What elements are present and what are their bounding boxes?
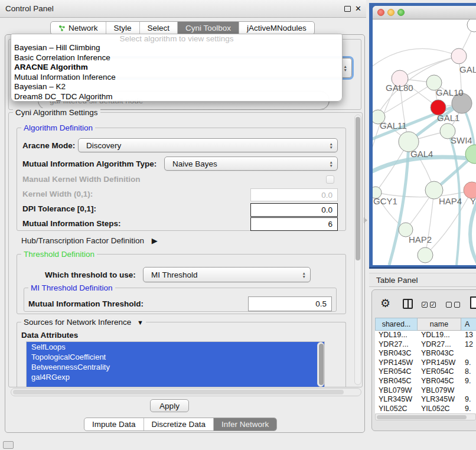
mi-type-value: Naive Bayes [172, 159, 217, 168]
node-table: YDL19...YDL19...13 YDR27...YDR27...12 YB… [375, 331, 476, 413]
dpi-tolerance-field[interactable]: 0.0 [250, 203, 338, 217]
column-header-shared[interactable]: shared... [375, 318, 418, 331]
close-traffic-light[interactable] [377, 9, 384, 16]
bottom-tabbar: Impute Data Discretize Data Infer Networ… [84, 418, 277, 431]
attribute-item[interactable]: SelfLoops [27, 342, 324, 352]
column-header-partial[interactable]: A [461, 318, 476, 331]
which-threshold-combo[interactable]: MI Threshold ▲▼ [143, 267, 311, 282]
checked-box-icon[interactable]: ✓ [422, 302, 428, 308]
threshold-definition-title: Threshold Definition [21, 250, 97, 259]
checked-box-icon[interactable]: ✓ [430, 302, 436, 308]
table-row[interactable]: YDL19...YDL19...13 [375, 331, 476, 340]
tab-label: Network [69, 24, 98, 32]
dropdown-item-selected[interactable]: ARACNE Algorithm [11, 63, 342, 73]
table-row[interactable]: YDR27...YDR27...12 [375, 340, 476, 350]
attribute-item[interactable]: gal4RGexp [27, 372, 324, 382]
settings-hscrollbar-thumb[interactable] [13, 390, 344, 394]
mi-type-combo[interactable]: Naive Bayes ▲▼ [164, 156, 338, 171]
minimize-traffic-light[interactable] [387, 9, 395, 16]
network-canvas[interactable]: GAL GAL80 GAL10 GAL1 GAL11 SWI4 GAL4 GCY… [373, 19, 476, 265]
cyni-settings-title: Cyni Algorithm Settings [13, 108, 100, 117]
data-attributes-label: Data Attributes [21, 331, 78, 340]
hub-definition-toggle[interactable]: Hub/Transcription Factor Definition ▶ [21, 236, 158, 245]
network-node-gal-partial[interactable] [451, 48, 467, 64]
dropdown-item[interactable]: Dream8 DC_TDC Algorithm [11, 92, 342, 102]
mi-threshold-field[interactable]: 0.5 [248, 296, 332, 311]
settings-hscrollbar[interactable] [11, 388, 361, 396]
stepper-icon: ▲▼ [302, 272, 306, 278]
column-header-name[interactable]: name [418, 318, 461, 331]
screen: Control Panel ✕ Network Style Select Cyn… [0, 0, 476, 450]
tab-label: jActiveMNodules [247, 24, 307, 32]
tab-discretize-data[interactable]: Discretize Data [144, 418, 214, 431]
tab-label: Select [148, 24, 170, 32]
tab-network[interactable]: Network [51, 22, 106, 34]
tab-style[interactable]: Style [106, 22, 139, 34]
mi-threshold-group-title: MI Threshold Definition [28, 283, 115, 292]
attribute-item-partial[interactable] [27, 382, 324, 387]
settings-scrollbar-thumb[interactable] [356, 117, 360, 260]
unchecked-box-icon[interactable] [446, 302, 452, 308]
node-label: SWI4 [451, 135, 472, 145]
table-hscrollbar[interactable] [375, 413, 476, 420]
control-panel-titlebar: Control Panel ✕ [0, 0, 366, 18]
which-threshold-label: Which threshold to use: [45, 270, 136, 279]
minimized-panel-icon[interactable] [3, 441, 14, 449]
stepper-icon: ▲▼ [330, 161, 333, 167]
unchecked-box-icon[interactable] [454, 302, 460, 308]
manual-kernel-label: Manual Kernel Width Definition [22, 175, 140, 184]
table-row[interactable]: YBR045CYBR045C9. [375, 377, 476, 386]
node-label: HAP4 [439, 196, 462, 206]
triangle-down-icon: ▼ [137, 319, 144, 326]
tab-impute-data[interactable]: Impute Data [84, 418, 144, 431]
control-panel-title: Control Panel [5, 4, 54, 13]
close-icon[interactable]: ✕ [355, 4, 361, 13]
sources-toggle[interactable]: Sources for Network Inference ▼ [21, 318, 146, 327]
table-row[interactable]: YIL052CYIL052C9. [375, 405, 476, 413]
table-hscrollbar-thumb[interactable] [377, 415, 467, 419]
table-row[interactable]: YLR345WYLR345W9. [375, 395, 476, 405]
settings-scrollbar[interactable] [354, 115, 361, 385]
stepper-icon: ▲▼ [330, 142, 333, 149]
columns-icon[interactable] [403, 299, 413, 309]
which-threshold-value: MI Threshold [151, 270, 198, 279]
table-row[interactable]: YBR043CYBR043C [375, 349, 476, 358]
aracne-mode-combo[interactable]: Discovery ▲▼ [78, 138, 338, 152]
tab-cyni-toolbox[interactable]: Cyni Toolbox [177, 22, 239, 34]
panel-resize-handle[interactable] [364, 217, 367, 223]
tab-select[interactable]: Select [139, 22, 178, 34]
mi-steps-field[interactable]: 6 [250, 217, 338, 231]
float-window-icon[interactable] [344, 6, 351, 12]
algorithm-dropdown-popup: Select algorithm to view settings Bayesi… [11, 34, 343, 102]
document-icon[interactable] [470, 296, 476, 309]
table-row[interactable]: YPR145WYPR145W9. [375, 358, 476, 368]
manual-kernel-checkbox[interactable] [326, 175, 334, 184]
dropdown-item[interactable]: Bayesian – K2 [11, 82, 342, 92]
tab-infer-network[interactable]: Infer Network [213, 418, 276, 431]
tab-jactivemnodules[interactable]: jActiveMNodules [239, 22, 314, 34]
node-label: GAL [459, 64, 476, 74]
attributes-scrollbar[interactable] [317, 342, 324, 387]
gear-icon[interactable]: ⚙ [380, 298, 390, 309]
attribute-item[interactable]: TopologicalCoefficient [27, 352, 324, 362]
network-node-bottom[interactable] [418, 247, 433, 263]
attributes-scrollbar-thumb[interactable] [319, 344, 324, 385]
network-node[interactable] [467, 19, 476, 32]
dropdown-item[interactable]: Bayesian – Hill Climbing [11, 43, 342, 53]
mi-type-label: Mutual Information Algorithm Type: [22, 159, 157, 168]
kernel-width-label: Kernel Width (0,1): [22, 190, 93, 198]
data-attributes-list: SelfLoops TopologicalCoefficient Between… [26, 341, 325, 387]
table-row[interactable]: YBL079WYBL079W [375, 386, 476, 396]
network-window-titlebar[interactable] [373, 6, 476, 19]
triangle-right-icon: ▶ [152, 236, 158, 245]
dropdown-item[interactable]: Basic Correlation Inference [11, 53, 342, 63]
table-row[interactable]: YER054CYER054C8. [375, 367, 476, 377]
node-label: GAL80 [386, 83, 413, 93]
zoom-traffic-light[interactable] [397, 9, 405, 16]
kernel-width-field[interactable]: 0.0 [250, 188, 338, 201]
dropdown-item[interactable]: Mutual Information Inference [11, 73, 342, 83]
stepper-icon: ▲▼ [344, 65, 347, 71]
algorithm-definition-title: Algorithm Definition [21, 123, 95, 132]
apply-button[interactable]: Apply [150, 399, 189, 412]
attribute-item[interactable]: BetweennessCentrality [27, 362, 324, 372]
